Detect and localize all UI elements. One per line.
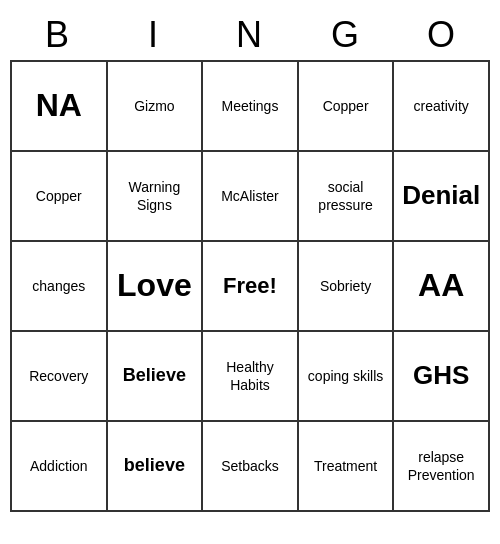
bingo-cell: Warning Signs [108,152,204,242]
bingo-cell: Love [108,242,204,332]
bingo-cell: McAlister [203,152,299,242]
bingo-cell: Believe [108,332,204,422]
bingo-cell: Addiction [12,422,108,512]
header-letter: I [106,10,202,60]
bingo-cell: changes [12,242,108,332]
bingo-cell: Free! [203,242,299,332]
bingo-cell: GHS [394,332,490,422]
bingo-cell: coping skills [299,332,395,422]
header-letter: N [202,10,298,60]
bingo-grid: NAGizmoMeetingsCoppercreativityCopperWar… [10,60,490,512]
bingo-cell: Copper [12,152,108,242]
bingo-cell: relapse Prevention [394,422,490,512]
bingo-cell: Setbacks [203,422,299,512]
header-letter: O [394,10,490,60]
bingo-cell: Copper [299,62,395,152]
bingo-cell: creativity [394,62,490,152]
bingo-cell: Treatment [299,422,395,512]
bingo-cell: Healthy Habits [203,332,299,422]
bingo-cell: believe [108,422,204,512]
bingo-cell: Gizmo [108,62,204,152]
bingo-cell: Meetings [203,62,299,152]
bingo-cell: NA [12,62,108,152]
header-letter: B [10,10,106,60]
bingo-header: BINGO [10,10,490,60]
header-letter: G [298,10,394,60]
bingo-cell: social pressure [299,152,395,242]
bingo-cell: Recovery [12,332,108,422]
bingo-container: BINGO NAGizmoMeetingsCoppercreativityCop… [10,10,490,512]
bingo-cell: Denial [394,152,490,242]
bingo-cell: AA [394,242,490,332]
bingo-cell: Sobriety [299,242,395,332]
